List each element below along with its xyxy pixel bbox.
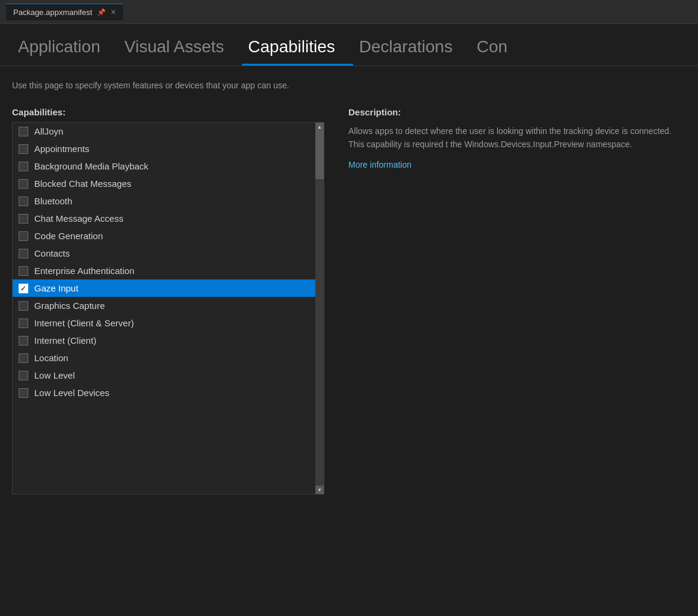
capability-label-graphics-capture: Graphics Capture [34, 300, 105, 311]
checkbox-enterprise-authentication[interactable] [19, 266, 28, 276]
title-bar-tab[interactable]: Package.appxmanifest 📌 ✕ [6, 4, 123, 20]
capability-label-contacts: Contacts [34, 248, 70, 258]
checkbox-contacts[interactable] [19, 249, 28, 258]
capability-item-internet-client-server[interactable]: Internet (Client & Server) [13, 314, 315, 332]
capability-label-code-generation: Code Generation [34, 231, 103, 241]
scrollbar-up-arrow[interactable]: ▲ [315, 123, 324, 131]
more-info-link[interactable]: More information [348, 160, 411, 169]
tab-declarations[interactable]: Declarations [353, 31, 471, 66]
scrollbar-track [315, 131, 324, 486]
capability-item-enterprise-authentication[interactable]: Enterprise Authentication [13, 262, 315, 279]
page-description: Use this page to specify system features… [12, 81, 686, 90]
checkbox-blocked-chat-messages[interactable] [19, 179, 28, 189]
capabilities-list-container: AllJoynAppointmentsBackground Media Play… [12, 122, 324, 495]
capability-item-internet-client[interactable]: Internet (Client) [13, 332, 315, 349]
capability-label-gaze-input: Gaze Input [34, 283, 78, 293]
capabilities-panel: Capabilities: AllJoynAppointmentsBackgro… [12, 107, 324, 495]
page-content: Use this page to specify system features… [0, 66, 698, 507]
tab-visual-assets[interactable]: Visual Assets [118, 31, 242, 66]
nav-tabs: Application Visual Assets Capabilities D… [0, 24, 698, 66]
capability-label-appointments: Appointments [34, 144, 90, 154]
close-icon[interactable]: ✕ [111, 8, 116, 16]
capability-item-graphics-capture[interactable]: Graphics Capture [13, 297, 315, 314]
capability-label-low-level: Low Level [34, 370, 75, 380]
checkbox-alljoyn[interactable] [19, 127, 28, 136]
title-bar: Package.appxmanifest 📌 ✕ [0, 0, 698, 24]
description-text: Allows apps to detect where the user is … [348, 124, 686, 151]
capability-label-blocked-chat-messages: Blocked Chat Messages [34, 178, 132, 189]
capability-item-bluetooth[interactable]: Bluetooth [13, 192, 315, 210]
capability-label-alljoyn: AllJoyn [34, 126, 63, 136]
checkbox-code-generation[interactable] [19, 231, 28, 241]
capability-label-location: Location [34, 353, 68, 363]
checkbox-chat-message-access[interactable] [19, 214, 28, 224]
main-layout: Capabilities: AllJoynAppointmentsBackgro… [12, 107, 686, 495]
capabilities-title: Capabilities: [12, 107, 324, 117]
capability-item-location[interactable]: Location [13, 349, 315, 367]
scrollbar-thumb[interactable] [315, 131, 324, 179]
capability-item-appointments[interactable]: Appointments [13, 140, 315, 157]
capability-label-enterprise-authentication: Enterprise Authentication [34, 266, 135, 276]
checkbox-low-level-devices[interactable] [19, 388, 28, 398]
checkbox-location[interactable] [19, 353, 28, 363]
capability-label-low-level-devices: Low Level Devices [34, 388, 109, 398]
description-title: Description: [348, 107, 686, 117]
capability-label-background-media-playback: Background Media Playback [34, 161, 148, 171]
capability-item-low-level[interactable]: Low Level [13, 367, 315, 384]
checkbox-internet-client-server[interactable] [19, 319, 28, 328]
description-panel: Description: Allows apps to detect where… [348, 107, 686, 169]
tab-filename: Package.appxmanifest [13, 8, 93, 17]
capability-label-chat-message-access: Chat Message Access [34, 213, 123, 224]
scrollbar-down-arrow[interactable]: ▼ [315, 486, 324, 494]
capability-item-code-generation[interactable]: Code Generation [13, 227, 315, 245]
capability-item-blocked-chat-messages[interactable]: Blocked Chat Messages [13, 175, 315, 192]
checkbox-bluetooth[interactable] [19, 197, 28, 206]
capabilities-list[interactable]: AllJoynAppointmentsBackground Media Play… [13, 123, 315, 494]
capability-item-background-media-playback[interactable]: Background Media Playback [13, 157, 315, 175]
checkbox-graphics-capture[interactable] [19, 301, 28, 311]
tab-con[interactable]: Con [470, 31, 525, 66]
pin-icon[interactable]: 📌 [97, 8, 106, 16]
checkbox-appointments[interactable] [19, 144, 28, 154]
checkbox-internet-client[interactable] [19, 336, 28, 346]
capability-label-bluetooth: Bluetooth [34, 196, 72, 206]
checkbox-gaze-input[interactable]: ✓ [19, 284, 28, 293]
capability-label-internet-client: Internet (Client) [34, 335, 96, 346]
checkbox-background-media-playback[interactable] [19, 162, 28, 171]
tab-capabilities[interactable]: Capabilities [242, 31, 353, 66]
scrollbar[interactable]: ▲ ▼ [315, 123, 324, 494]
checkbox-low-level[interactable] [19, 371, 28, 380]
capability-item-alljoyn[interactable]: AllJoyn [13, 123, 315, 140]
capability-item-gaze-input[interactable]: ✓Gaze Input [13, 279, 315, 297]
capability-item-chat-message-access[interactable]: Chat Message Access [13, 210, 315, 227]
capability-label-internet-client-server: Internet (Client & Server) [34, 318, 134, 328]
tab-application[interactable]: Application [12, 31, 118, 66]
capability-item-contacts[interactable]: Contacts [13, 245, 315, 262]
nav-tab-container: Application Visual Assets Capabilities D… [12, 31, 686, 66]
capability-item-low-level-devices[interactable]: Low Level Devices [13, 384, 315, 401]
